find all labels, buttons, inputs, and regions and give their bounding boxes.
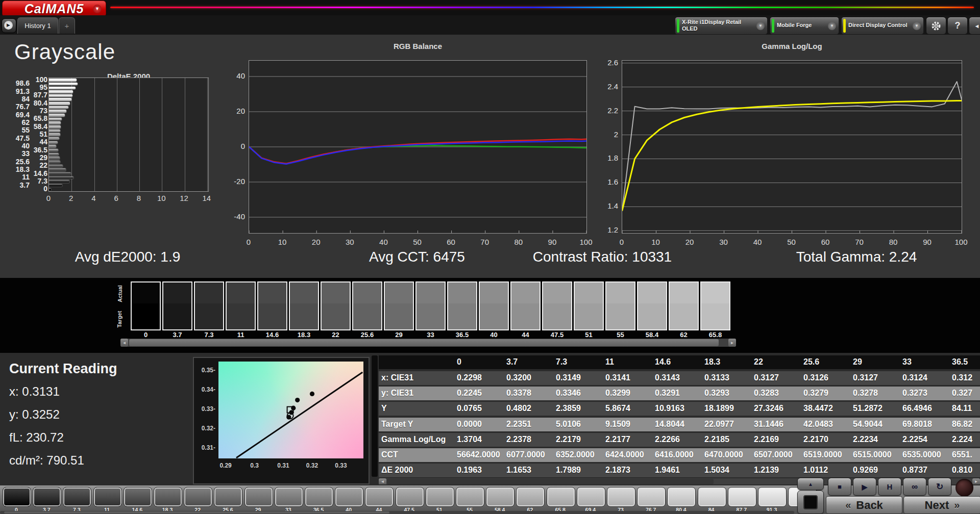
pattern-level-button[interactable] [728,487,756,507]
table-cell: 0.3278 [853,389,878,398]
table-cell: 2.3859 [556,404,581,413]
pattern-level-button[interactable] [486,487,514,507]
deltae-gridline [207,78,208,191]
deltae-bar [49,83,78,85]
table-cell: 54.9044 [853,420,883,429]
grayscale-swatch [194,281,224,330]
target-axis-label: Target [116,311,122,328]
grayscale-swatch [131,281,161,330]
swatch-strip-scrollbar[interactable]: ◄ ► [120,339,736,347]
pattern-bar-scrollbar[interactable] [0,511,794,514]
rgb-svg-y-tick-label: -20 [220,177,245,186]
deltae-bar [49,176,74,179]
table-column-header: 7.3 [556,357,567,367]
pattern-level-button[interactable] [698,487,726,507]
pattern-level-button[interactable] [335,487,363,507]
gamma-svg-x-tick-label: 0 [612,238,631,246]
scrollbar-thumb[interactable] [129,339,719,346]
swatch-value-label: 22 [321,331,351,339]
current-reading-fl: fL: 230.72 [9,430,64,445]
deltae-bar [49,180,69,183]
pattern-level-button[interactable] [154,487,182,507]
rgb-svg-x-tick-label: 90 [543,238,561,246]
table-cell: 2.2179 [556,435,581,444]
continuous-measure-button[interactable]: ∞ [903,478,926,496]
gamma-chart [622,60,962,234]
pattern-level-button[interactable] [396,487,424,507]
pattern-level-button[interactable] [577,487,605,507]
pattern-level-button[interactable] [275,487,303,507]
pattern-level-button[interactable] [456,487,484,507]
pattern-level-button[interactable] [516,487,545,507]
logo-dropdown-icon[interactable]: ▼ [93,5,102,13]
pattern-level-button[interactable] [607,487,635,507]
source-dropdown[interactable]: Mobile Forge ▼ [770,17,839,35]
pattern-level-button[interactable] [244,487,273,507]
scrollbar-thumb[interactable] [387,479,714,484]
deltae-gridline [185,78,185,191]
pattern-level-button[interactable] [426,487,454,507]
next-button[interactable]: Next » [903,496,980,514]
tab-history-label: History 1 [24,22,51,30]
deltae-bar [49,118,62,120]
pattern-level-button[interactable] [63,487,91,507]
measurement-table: 03.77.31114.618.32225.6293336.5x: CIE310… [372,355,980,484]
table-row-selector-strip[interactable] [372,355,378,477]
scroll-left-icon[interactable]: ◄ [379,478,386,484]
rgb-svg-x-tick-label: 20 [307,238,325,246]
play-button[interactable]: ▶ [853,478,876,496]
pattern-level-button[interactable] [33,487,61,507]
help-button[interactable]: ? [947,17,968,35]
header-bar: CalMAN5 ▼ [0,0,980,15]
cie-x-tick-label: 0.3 [244,462,265,469]
pattern-level-button[interactable] [93,487,122,507]
scroll-left-icon[interactable]: ◄ [120,339,128,347]
pattern-window-button[interactable] [797,491,824,514]
pattern-level-button[interactable] [547,487,575,507]
deltae-bar [49,121,61,124]
pattern-panel-up-button[interactable]: ▲ [797,478,824,490]
grayscale-swatch [542,281,572,330]
source-status-stripe [772,19,774,33]
up-arrow-icon: ▲ [808,481,813,487]
scroll-right-icon[interactable]: ► [972,478,980,484]
grayscale-analysis-area: Grayscale DeltaE 2000 10098.69591.387.78… [0,35,980,278]
tab-add-button[interactable]: + [59,17,75,34]
pattern-level-button[interactable] [3,487,31,507]
current-reading-cdm2: cd/m²: 790.51 [9,453,84,468]
back-button[interactable]: « Back [826,496,902,514]
swatch-value-label: 18.3 [289,331,319,339]
pattern-level-button[interactable] [637,487,666,507]
single-measure-button[interactable]: H [878,478,901,496]
collapse-toolbar-button[interactable]: ◄ [969,17,980,35]
refresh-icon: ↻ [936,481,943,492]
pattern-level-button[interactable] [124,487,152,507]
deltae-x-tick-label: 10 [154,194,169,202]
pattern-level-button[interactable] [365,487,394,507]
pattern-level-button[interactable] [305,487,333,507]
scrollbar-thumb[interactable] [4,511,389,513]
deltae-x-tick-label: 12 [177,194,192,202]
scroll-right-icon[interactable]: ► [728,339,736,347]
table-cell: 6535.0000 [902,450,941,459]
table-cell: 2.2234 [853,435,878,444]
refresh-button[interactable]: ↻ [928,478,951,496]
table-column-header: 22 [754,357,763,367]
tab-history-1[interactable]: History 1 [17,17,58,34]
pattern-level-button[interactable] [184,487,212,507]
table-cell: 69.8018 [902,420,932,429]
settings-button[interactable] [926,17,946,35]
cie-x-tick-label: 0.31 [273,462,293,469]
calman-logo-menu[interactable]: CalMAN5 ▼ [2,1,106,17]
session-nav-button[interactable]: ▶ [2,18,16,33]
pattern-level-button[interactable] [758,487,787,507]
pattern-level-button[interactable] [214,487,242,507]
rgb-svg-x-tick-label: 50 [408,238,427,246]
stop-button[interactable]: ■ [828,478,851,496]
display-control-dropdown[interactable]: Direct Display Control ▼ [841,17,924,35]
meter-dropdown[interactable]: X-Rite i1Display RetailOLED ▼ [675,17,768,35]
pattern-level-button[interactable] [667,487,696,507]
cie-y-tick-label: 0.31- [196,444,215,451]
table-cell: 6507.0000 [754,450,793,459]
table-cell: 0.3126 [803,373,828,382]
